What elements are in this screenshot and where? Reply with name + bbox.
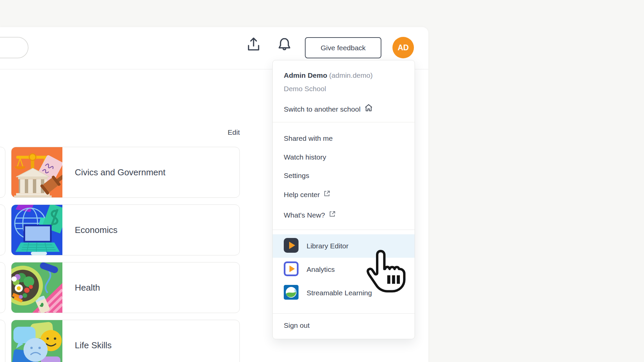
share-icon bbox=[245, 49, 262, 54]
user-school: Demo School bbox=[284, 84, 326, 93]
subject-card-civics[interactable]: Civics and Government bbox=[11, 147, 240, 198]
menu-item-whats-new[interactable]: What's New? bbox=[284, 210, 336, 220]
library-editor-icon bbox=[284, 238, 299, 254]
civics-government-illustration bbox=[11, 147, 62, 197]
subject-card-economics[interactable]: Economics bbox=[11, 204, 240, 255]
give-feedback-button[interactable]: Give feedback bbox=[305, 37, 381, 58]
economics-illustration bbox=[11, 205, 62, 255]
subject-card-health[interactable]: Health bbox=[11, 262, 240, 313]
menu-item-library-editor[interactable]: Library Editor bbox=[273, 234, 415, 258]
account-menu: Admin Demo (admin.demo) Demo School Swit… bbox=[272, 60, 415, 339]
partial-card[interactable] bbox=[0, 320, 5, 362]
menu-item-shared-with-me[interactable]: Shared with me bbox=[284, 134, 333, 143]
partial-card[interactable] bbox=[0, 147, 5, 198]
menu-item-streamable-learning[interactable]: Streamable Learning bbox=[273, 281, 415, 305]
menu-divider bbox=[273, 122, 415, 122]
menu-item-analytics[interactable]: Analytics bbox=[273, 258, 415, 281]
external-link-icon bbox=[323, 190, 331, 199]
partial-card[interactable] bbox=[0, 262, 5, 313]
menu-item-label: Library Editor bbox=[307, 242, 348, 250]
card-title: Economics bbox=[75, 225, 117, 235]
notifications-button[interactable] bbox=[276, 36, 293, 53]
menu-item-settings[interactable]: Settings bbox=[284, 171, 309, 180]
menu-item-label: Settings bbox=[284, 171, 309, 180]
menu-item-help-center[interactable]: Help center bbox=[284, 190, 331, 199]
menu-divider bbox=[273, 313, 415, 314]
user-username: (admin.demo) bbox=[329, 71, 373, 79]
menu-item-label: Streamable Learning bbox=[307, 289, 372, 297]
switch-school-label: Switch to another school bbox=[284, 105, 361, 114]
life-skills-illustration bbox=[11, 320, 62, 362]
user-name-line: Admin Demo (admin.demo) bbox=[284, 71, 373, 80]
card-title: Life Skills bbox=[75, 340, 112, 351]
home-icon bbox=[364, 103, 373, 115]
menu-item-sign-out[interactable]: Sign out bbox=[284, 321, 310, 330]
menu-item-label: Shared with me bbox=[284, 134, 333, 143]
subject-card-life-skills[interactable]: Life Skills bbox=[11, 320, 240, 362]
external-link-icon bbox=[328, 210, 336, 220]
card-title: Health bbox=[75, 283, 100, 293]
menu-item-label: What's New? bbox=[284, 210, 325, 220]
edit-link[interactable]: Edit bbox=[206, 128, 240, 136]
card-title: Civics and Government bbox=[75, 167, 165, 178]
search-input[interactable] bbox=[0, 37, 29, 58]
menu-item-switch-school[interactable]: Switch to another school bbox=[284, 103, 373, 115]
health-illustration bbox=[11, 262, 62, 313]
menu-item-label: Help center bbox=[284, 190, 320, 199]
partial-card[interactable] bbox=[0, 204, 5, 255]
notifications-bell-icon bbox=[276, 49, 293, 54]
user-name: Admin Demo bbox=[284, 71, 327, 79]
share-button[interactable] bbox=[245, 36, 262, 53]
menu-divider bbox=[273, 230, 415, 230]
menu-item-label: Analytics bbox=[307, 265, 335, 274]
analytics-icon bbox=[284, 261, 299, 278]
menu-item-label: Watch history bbox=[284, 153, 326, 162]
menu-item-watch-history[interactable]: Watch history bbox=[284, 153, 326, 162]
streamable-learning-icon bbox=[284, 285, 299, 301]
avatar[interactable]: AD bbox=[392, 37, 414, 58]
